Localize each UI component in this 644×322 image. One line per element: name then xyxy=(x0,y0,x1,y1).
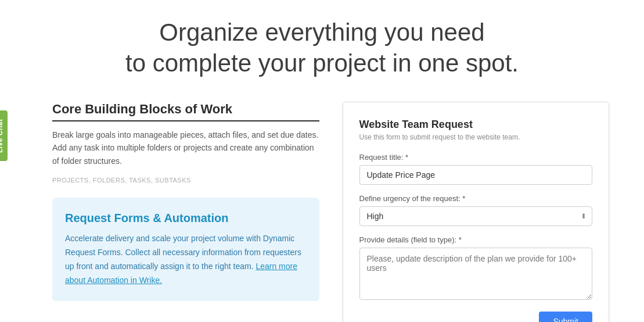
tags-list: PROJECTS, FOLDERS, TASKS, SUBTASKS xyxy=(52,177,319,184)
live-chat-button[interactable]: Live Chat xyxy=(0,110,8,161)
request-title-input[interactable] xyxy=(359,165,593,185)
form-title: Website Team Request xyxy=(359,119,593,131)
submit-button[interactable]: Submit xyxy=(539,312,592,322)
request-title-label: Request title: * xyxy=(359,153,593,162)
main-content: Core Building Blocks of Work Break large… xyxy=(0,90,644,322)
request-title-group: Request title: * xyxy=(359,153,593,185)
section-title: Core Building Blocks of Work xyxy=(52,102,319,121)
details-textarea[interactable] xyxy=(359,248,593,300)
automation-text: Accelerate delivery and scale your proje… xyxy=(65,232,307,287)
details-label: Provide details (field to type): * xyxy=(359,235,593,244)
automation-title: Request Forms & Automation xyxy=(65,212,307,225)
urgency-select-wrapper: Low Medium High Critical ⬍ xyxy=(359,206,593,226)
urgency-label: Define urgency of the request: * xyxy=(359,194,593,203)
form-subtitle: Use this form to submit request to the w… xyxy=(359,133,593,141)
left-panel: Core Building Blocks of Work Break large… xyxy=(52,102,319,322)
urgency-select[interactable]: Low Medium High Critical xyxy=(359,206,593,226)
form-card: Website Team Request Use this form to su… xyxy=(343,102,610,322)
hero-title: Organize everything you need to complete… xyxy=(0,0,644,90)
details-group: Provide details (field to type): * xyxy=(359,235,593,302)
urgency-group: Define urgency of the request: * Low Med… xyxy=(359,194,593,226)
hero-section: Organize everything you need to complete… xyxy=(0,0,644,90)
right-panel: Website Team Request Use this form to su… xyxy=(343,102,610,322)
automation-card: Request Forms & Automation Accelerate de… xyxy=(52,198,319,301)
section-description: Break large goals into manageable pieces… xyxy=(52,128,319,167)
submit-row: Submit xyxy=(359,312,593,322)
